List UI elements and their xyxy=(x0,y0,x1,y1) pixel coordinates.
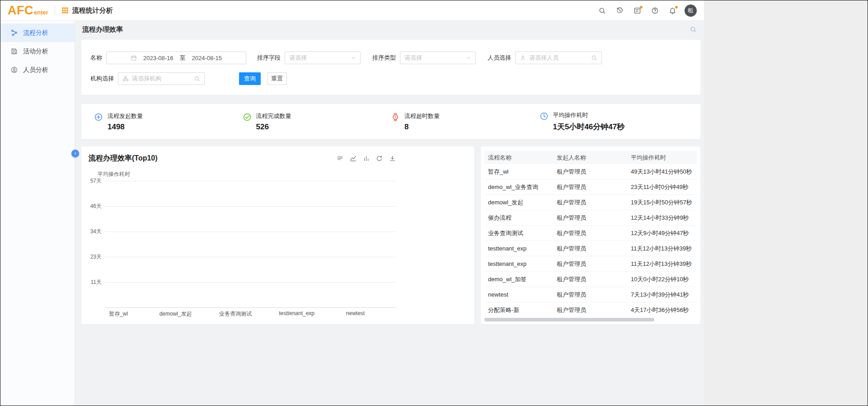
x-tick-label xyxy=(192,310,219,318)
restore-icon[interactable] xyxy=(376,155,383,162)
table-cell: testtenant_exp xyxy=(484,260,557,267)
download-icon[interactable] xyxy=(389,155,396,162)
stat-value: 526 xyxy=(256,123,291,132)
calendar-icon xyxy=(131,55,137,61)
help-icon[interactable] xyxy=(651,7,659,14)
sidebar-item-person[interactable]: 人员分析 xyxy=(0,61,75,79)
table-cell: newtest xyxy=(484,291,557,298)
table-row[interactable]: newtest租户管理员7天13小时39分钟41秒 xyxy=(484,287,697,302)
sidebar-item-flow[interactable]: 流程分析 xyxy=(0,24,75,42)
stat-value: 1498 xyxy=(108,123,143,132)
stat-value: 1天5小时46分钟47秒 xyxy=(553,122,625,132)
table-row[interactable]: demo_wl_加签租户管理员10天0小时22分钟10秒 xyxy=(484,272,697,287)
top-header: AFC enter 流程统计分析 租 xyxy=(0,0,704,21)
person-icon xyxy=(10,66,18,74)
table-row[interactable]: demo_wl_业务查询租户管理员23天11小时0分钟49秒 xyxy=(484,179,697,195)
screen: AFC enter 流程统计分析 租 流程分析 活动分析 人员分析 ‹ xyxy=(0,0,868,406)
x-axis-labels: 暂存_wldemowl_发起业务查询测试testtenant_expnewtes… xyxy=(105,310,396,318)
sidebar-item-label: 活动分析 xyxy=(23,47,48,56)
plus-circle-icon xyxy=(94,113,103,122)
search-icon xyxy=(194,76,200,82)
table-cell: 12天9小时49分钟47秒 xyxy=(631,229,697,237)
table-row[interactable]: 催办流程租户管理员12天14小时33分钟9秒 xyxy=(484,210,697,226)
table-row[interactable]: demowl_发起租户管理员19天15小时50分钟57秒 xyxy=(484,195,697,210)
stat-label: 流程超时数量 xyxy=(404,112,440,120)
app-title: 流程统计分析 xyxy=(72,6,113,15)
app-window: AFC enter 流程统计分析 租 流程分析 活动分析 人员分析 ‹ xyxy=(0,0,704,406)
table-header-cell: 发起人名称 xyxy=(557,154,631,162)
y-tick-label: 11天 xyxy=(91,279,102,286)
name-filter-label: 名称 xyxy=(90,54,102,62)
table-body: 暂存_wl租户管理员49天13小时41分钟50秒demo_wl_业务查询租户管理… xyxy=(484,164,697,316)
x-tick-label: 业务查询测试 xyxy=(219,310,252,318)
table-cell: 4天17小时36分钟56秒 xyxy=(631,306,697,314)
table-cell: 7天13小时39分钟41秒 xyxy=(631,291,697,299)
stat-item-0: 流程发起数量 1498 xyxy=(94,112,243,132)
page-title: 流程办理效率 xyxy=(82,25,123,34)
org-placeholder: 请选择机构 xyxy=(132,75,191,83)
sort-type-select[interactable]: 请选择 xyxy=(400,52,476,64)
sort-type-placeholder: 请选择 xyxy=(404,54,466,62)
watch-icon xyxy=(391,113,400,122)
sidebar-item-activity[interactable]: 活动分析 xyxy=(0,42,75,61)
table-cell: 催办流程 xyxy=(484,214,557,222)
app-logo[interactable]: AFC enter xyxy=(8,5,48,17)
table-cell: 租户管理员 xyxy=(557,245,631,253)
scrollbar-thumb[interactable] xyxy=(484,318,654,321)
process-table-card: 流程名称发起人名称平均操作耗时 暂存_wl租户管理员49天13小时41分钟50秒… xyxy=(481,146,700,324)
sort-field-select[interactable]: 请选择 xyxy=(285,52,361,64)
table-cell: 租户管理员 xyxy=(557,291,631,299)
person-select-input[interactable]: 请选择人员 xyxy=(515,52,602,64)
line-chart-icon[interactable] xyxy=(350,155,357,162)
data-view-icon[interactable] xyxy=(337,155,343,162)
avatar[interactable]: 租 xyxy=(685,5,697,17)
sidebar-collapse-button[interactable]: ‹ xyxy=(71,150,79,157)
table-row[interactable]: 业务查询测试租户管理员12天9小时49分钟47秒 xyxy=(484,226,697,241)
main-content: 流程办理效率 名称 2023-08-16 至 2024-08-15 排序字段 xyxy=(75,21,704,406)
activity-icon xyxy=(10,47,18,55)
x-tick-label xyxy=(369,310,396,318)
reset-button[interactable]: 重置 xyxy=(267,72,287,85)
sidebar-item-label: 流程分析 xyxy=(23,29,48,37)
table-cell: 租户管理员 xyxy=(557,198,631,207)
org-select-input[interactable]: 请选择机构 xyxy=(118,72,205,85)
note-icon[interactable] xyxy=(633,7,641,14)
table-row[interactable]: testtenant_exp租户管理员11天12小时13分钟39秒 xyxy=(484,256,697,272)
table-header-cell: 流程名称 xyxy=(484,154,557,162)
person-filter-label: 人员选择 xyxy=(488,54,511,62)
logo-subtext: enter xyxy=(34,9,48,16)
table-cell: demo_wl_业务查询 xyxy=(484,183,557,191)
table-row[interactable]: 暂存_wl租户管理员49天13小时41分钟50秒 xyxy=(484,164,697,179)
x-tick-label xyxy=(132,310,159,318)
table-cell: 租户管理员 xyxy=(557,168,631,176)
chart-card: 流程办理效率(Top10) 平均操作耗时 57天46天34天23天11天 xyxy=(81,146,474,324)
org-icon xyxy=(122,76,129,82)
chart-toolbar xyxy=(337,155,396,162)
date-separator: 至 xyxy=(180,54,186,62)
query-button[interactable]: 查询 xyxy=(239,72,261,85)
y-tick-label: 46天 xyxy=(90,203,102,210)
page-titlebar: 流程办理效率 xyxy=(81,21,700,38)
bar-chart-icon[interactable] xyxy=(363,155,370,162)
horizontal-scrollbar[interactable] xyxy=(484,318,697,321)
date-range-input[interactable]: 2023-08-16 至 2024-08-15 xyxy=(106,52,246,64)
table-row[interactable]: 分配策略-新租户管理员4天17小时36分钟56秒 xyxy=(484,302,697,316)
table-cell: 分配策略-新 xyxy=(484,306,557,314)
y-axis-ticks: 57天46天34天23天11天 xyxy=(89,181,105,307)
stat-label: 流程发起数量 xyxy=(108,112,143,120)
chevron-down-icon xyxy=(351,55,356,61)
search-icon xyxy=(591,55,597,61)
history-icon[interactable] xyxy=(616,7,624,14)
table-cell: demo_wl_加签 xyxy=(484,275,557,283)
app-grid-icon xyxy=(61,7,69,14)
stat-item-3: 平均操作耗时 1天5小时46分钟47秒 xyxy=(540,111,688,132)
header-divider xyxy=(55,5,55,15)
org-filter-label: 机构选择 xyxy=(90,75,114,83)
search-icon[interactable] xyxy=(598,7,606,14)
x-tick-label: demowl_发起 xyxy=(160,310,192,318)
table-row[interactable]: testtenant_exp租户管理员11天12小时13分钟39秒 xyxy=(484,241,697,256)
bell-icon[interactable] xyxy=(669,7,676,14)
user-icon xyxy=(520,55,526,61)
table-cell: 11天12小时13分钟39秒 xyxy=(631,245,697,253)
page-search-icon[interactable] xyxy=(690,26,697,33)
